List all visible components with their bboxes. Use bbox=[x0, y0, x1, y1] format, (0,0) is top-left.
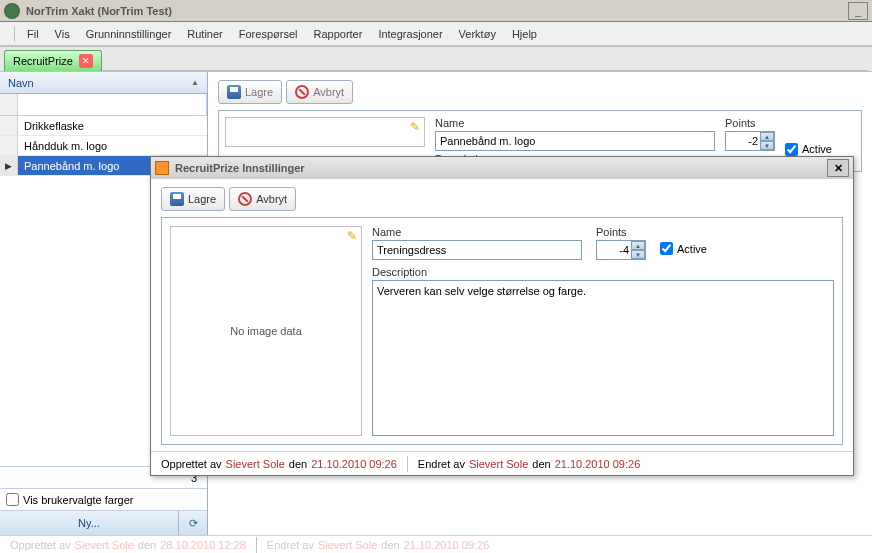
sort-indicator-icon: ▲ bbox=[191, 78, 199, 87]
save-button[interactable]: Lagre bbox=[218, 80, 282, 104]
user-colors-toggle[interactable]: Vis brukervalgte farger bbox=[0, 489, 207, 511]
name-input[interactable] bbox=[435, 131, 715, 151]
modal-cancel-button[interactable]: Avbryt bbox=[229, 187, 296, 211]
current-row-icon: ▶ bbox=[5, 161, 12, 171]
created-date: 21.10.2010 09:26 bbox=[311, 458, 397, 470]
menu-rapporter[interactable]: Rapporter bbox=[305, 25, 370, 43]
column-header-label: Navn bbox=[8, 77, 34, 89]
list-item[interactable]: Håndduk m. logo bbox=[0, 136, 207, 156]
modal-name-label: Name bbox=[372, 226, 582, 238]
list-item[interactable]: Drikkeflaske bbox=[0, 116, 207, 136]
no-image-text: No image data bbox=[230, 325, 302, 337]
modal-points-spinner[interactable]: ▲ ▼ bbox=[631, 241, 645, 259]
menu-verktoy[interactable]: Verktøy bbox=[451, 25, 504, 43]
spinner-down-icon[interactable]: ▼ bbox=[631, 250, 645, 259]
menu-fil[interactable]: Fil bbox=[19, 25, 47, 43]
modal-status-bar: Opprettet av Sievert Sole den 21.10.2010… bbox=[151, 451, 853, 475]
name-label: Name bbox=[435, 117, 715, 129]
spinner-up-icon[interactable]: ▲ bbox=[760, 132, 774, 141]
modified-user: Sievert Sole bbox=[469, 458, 528, 470]
modal-close-button[interactable]: ✕ bbox=[827, 159, 849, 177]
modified-date: 21.10.2010 09:26 bbox=[555, 458, 641, 470]
modal-toolbar: Lagre Avbryt bbox=[161, 185, 843, 213]
edit-image-icon[interactable]: ✎ bbox=[410, 120, 420, 134]
save-icon bbox=[227, 85, 241, 99]
modal-active-checkbox[interactable] bbox=[660, 242, 673, 255]
spinner-down-icon[interactable]: ▼ bbox=[760, 141, 774, 150]
spinner-up-icon[interactable]: ▲ bbox=[631, 241, 645, 250]
modal-active-toggle[interactable]: Active bbox=[660, 242, 707, 255]
refresh-icon: ⟳ bbox=[189, 517, 198, 530]
menu-hjelp[interactable]: Hjelp bbox=[504, 25, 545, 43]
main-status-bar: Opprettet av Sievert Sole den 28.10.2010… bbox=[0, 535, 872, 553]
main-toolbar: Lagre Avbryt bbox=[218, 78, 862, 106]
modal-save-button[interactable]: Lagre bbox=[161, 187, 225, 211]
app-icon bbox=[4, 3, 20, 19]
user-colors-label: Vis brukervalgte farger bbox=[23, 494, 133, 506]
cancel-icon bbox=[238, 192, 252, 206]
modal-desc-input[interactable]: Ververen kan selv velge størrelse og far… bbox=[372, 280, 834, 436]
refresh-button[interactable]: ⟳ bbox=[179, 511, 207, 535]
menu-rutiner[interactable]: Rutiner bbox=[179, 25, 230, 43]
image-box[interactable]: ✎ bbox=[225, 117, 425, 147]
menu-vis[interactable]: Vis bbox=[47, 25, 78, 43]
active-label: Active bbox=[802, 143, 832, 155]
menubar: Fil Vis Grunninnstillinger Rutiner Fores… bbox=[0, 22, 872, 46]
modal-recruitprize-settings: RecruitPrize Innstillinger ✕ Lagre Avbry… bbox=[150, 156, 854, 476]
modal-title: RecruitPrize Innstillinger bbox=[175, 162, 827, 174]
modal-form: ✎ No image data Name Points ▲ bbox=[161, 217, 843, 445]
points-label: Points bbox=[725, 117, 775, 129]
filter-row[interactable] bbox=[0, 94, 207, 116]
tabbar: RecruitPrize ✕ bbox=[0, 46, 872, 72]
active-checkbox[interactable] bbox=[785, 143, 798, 156]
menu-grunn[interactable]: Grunninnstillinger bbox=[78, 25, 180, 43]
user-colors-checkbox[interactable] bbox=[6, 493, 19, 506]
modal-name-input[interactable] bbox=[372, 240, 582, 260]
modal-points-label: Points bbox=[596, 226, 646, 238]
tab-label: RecruitPrize bbox=[13, 55, 73, 67]
window-titlebar: NorTrim Xakt (NorTrim Test) _ bbox=[0, 0, 872, 22]
cancel-icon bbox=[295, 85, 309, 99]
modal-desc-label: Description bbox=[372, 266, 834, 278]
menu-foresporsel[interactable]: Forespørsel bbox=[231, 25, 306, 43]
edit-image-icon[interactable]: ✎ bbox=[347, 229, 357, 243]
modal-image-box[interactable]: ✎ No image data bbox=[170, 226, 362, 436]
tab-close-icon[interactable]: ✕ bbox=[79, 54, 93, 68]
modal-titlebar[interactable]: RecruitPrize Innstillinger ✕ bbox=[151, 157, 853, 179]
tab-recruitprize[interactable]: RecruitPrize ✕ bbox=[4, 50, 102, 71]
column-header-navn[interactable]: Navn ▲ bbox=[0, 72, 207, 94]
modal-active-label: Active bbox=[677, 243, 707, 255]
new-button[interactable]: Ny... bbox=[0, 511, 179, 535]
minimize-button[interactable]: _ bbox=[848, 2, 868, 20]
window-title: NorTrim Xakt (NorTrim Test) bbox=[26, 5, 846, 17]
cancel-button[interactable]: Avbryt bbox=[286, 80, 353, 104]
created-user: Sievert Sole bbox=[226, 458, 285, 470]
points-spinner[interactable]: ▲ ▼ bbox=[760, 132, 774, 150]
save-icon bbox=[170, 192, 184, 206]
modal-icon bbox=[155, 161, 169, 175]
menu-integrasjoner[interactable]: Integrasjoner bbox=[370, 25, 450, 43]
